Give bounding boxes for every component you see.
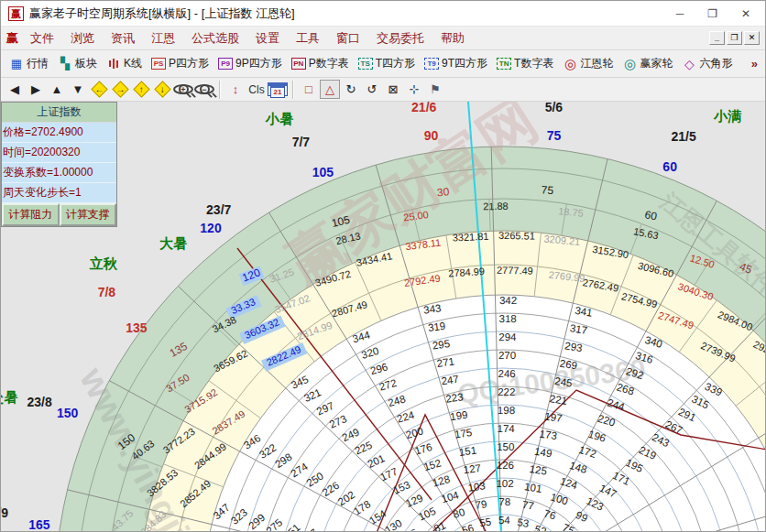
toolbar-button-P四方形[interactable]: PSP四方形 <box>147 54 213 73</box>
nav-right-button[interactable]: ▶ <box>26 80 46 99</box>
menu-item-9[interactable]: 帮助 <box>432 27 473 49</box>
main-toolbar-items: ▦行情▚板块K线PSP四方形P99P四方形PNP数字表TST四方形T99T四方形… <box>5 54 737 73</box>
toolbar-button-label: 行情 <box>27 56 49 71</box>
toolbar-separator <box>292 81 294 99</box>
toolbar-button-江恩轮[interactable]: ◎江恩轮 <box>558 54 618 73</box>
window-title: 赢家老子时空周期系统[纵横版] - [上证指数 江恩轮] <box>29 5 295 22</box>
wheel-value-group: 21.88 <box>483 201 509 212</box>
pan-right-button[interactable]: → <box>110 80 130 99</box>
toolbar-button-P数字表[interactable]: PNP数字表 <box>287 54 354 73</box>
toolbar-separator <box>219 81 221 99</box>
wheel-ring-value: 30 <box>436 185 450 199</box>
calendar-icon: 21 <box>270 84 285 98</box>
toolbar-button-T四方形[interactable]: TST四方形 <box>354 54 420 73</box>
rings-teal-icon: ◎ <box>622 57 637 71</box>
wheel-number: 246 <box>498 368 516 379</box>
wheel-number: 102 <box>496 478 513 489</box>
candles-icon <box>106 57 121 71</box>
pan-left-button[interactable]: ← <box>89 80 109 99</box>
wheel-value-group: 3265.51 <box>498 230 535 242</box>
wheel-number: 318 <box>499 313 517 324</box>
quote-field-0: 价格=2702.4900 <box>2 123 116 143</box>
wheel-number: 294 <box>498 331 517 342</box>
rings-red-icon: ◎ <box>563 57 577 71</box>
menu-item-5[interactable]: 设置 <box>247 27 288 49</box>
rotate-cw-button[interactable]: ↻ <box>341 80 361 99</box>
wheel-ring-value: 2784.99 <box>448 266 485 278</box>
toolbar-button-板块[interactable]: ▚板块 <box>53 54 102 73</box>
wheel-number: 319 <box>427 320 446 333</box>
menu-item-2[interactable]: 资讯 <box>103 27 143 49</box>
toolbar-button-T数字表[interactable]: TNT数字表 <box>492 54 558 73</box>
toolbar-button-行情[interactable]: ▦行情 <box>5 54 53 73</box>
toolbar-button-label: P数字表 <box>309 56 349 71</box>
calendar-button[interactable]: 21 <box>268 82 288 96</box>
wheel-outer-label: 75 <box>547 128 562 143</box>
calc-resistance-button[interactable]: 计算阻力 <box>2 203 60 226</box>
mdi-close-button[interactable]: ✕ <box>744 31 760 45</box>
wheel-number: 198 <box>498 405 515 416</box>
menu-item-3[interactable]: 江恩 <box>143 27 183 49</box>
menu-items: 文件浏览资讯江恩公式选股设置工具窗口交易委托帮助 <box>22 27 473 49</box>
toolbar-overflow-button[interactable]: » <box>748 57 761 71</box>
pan-up-button[interactable]: ↑ <box>131 80 151 99</box>
wheel-outer-label: 23/7 <box>206 202 231 217</box>
solar-term-label: 处暑 <box>1 389 17 405</box>
menu-item-8[interactable]: 交易委托 <box>368 27 432 49</box>
menu-item-6[interactable]: 工具 <box>288 27 328 49</box>
calc-support-button[interactable]: 计算支撑 <box>60 203 117 226</box>
toolbar-button-label: 六角形 <box>699 56 732 71</box>
maximize-button[interactable]: ❐ <box>707 7 717 20</box>
nav-down-button[interactable]: ▼ <box>68 80 88 99</box>
menu-item-7[interactable]: 窗口 <box>328 27 368 49</box>
wheel-number: 199 <box>449 409 468 422</box>
zoom-out-button[interactable]: − <box>194 84 214 94</box>
menu-item-0[interactable]: 文件 <box>22 27 62 49</box>
quote-field-3: 周天变化步长=1 <box>2 183 116 203</box>
mdi-restore-button[interactable]: ❐ <box>727 31 742 45</box>
cls-button[interactable]: Cls <box>246 80 267 99</box>
quote-panel-buttons: 计算阻力计算支撑 <box>2 203 116 226</box>
toolbar-button-六角形[interactable]: ◇六角形 <box>677 54 737 73</box>
toolbar-button-label: T数字表 <box>514 56 553 71</box>
nav-up-button[interactable]: ▲ <box>47 80 67 99</box>
draw-rect-button[interactable]: □ <box>299 80 319 99</box>
select-region-button[interactable]: ⊠ <box>383 80 403 99</box>
menu-bar: 赢 文件浏览资讯江恩公式选股设置工具窗口交易委托帮助 _ ❐ ✕ <box>1 27 765 50</box>
menu-item-4[interactable]: 公式选股 <box>183 27 247 49</box>
toolbar-button-label: P四方形 <box>169 56 209 71</box>
price-scale-button[interactable]: ↕ <box>225 80 246 99</box>
gann-wheel-chart-area[interactable]: 赢家财富网www.yingjia360.comQQ:100850360江恩工具软… <box>1 102 766 532</box>
toolbar-button-label: 江恩轮 <box>580 56 613 71</box>
nav-left-button[interactable]: ◀ <box>5 80 25 99</box>
mdi-minimize-button[interactable]: _ <box>709 31 725 45</box>
toolbar-button-K线[interactable]: K线 <box>102 54 147 73</box>
wheel-number: 150 <box>497 441 514 452</box>
wheel-value-group: 3321.81 <box>452 231 488 244</box>
wheel-number: 342 <box>499 295 517 306</box>
drawing-toolbar: ◀▶▲▼←→↑↓+−↕Cls21□△↻↺⊠⊹⚑ <box>1 78 765 102</box>
wheel-ring-value: 3321.81 <box>452 231 488 244</box>
pan-down-button[interactable]: ↓ <box>152 80 172 99</box>
menu-item-1[interactable]: 浏览 <box>62 27 103 49</box>
toolbar-button-label: 板块 <box>75 56 97 71</box>
minimize-button[interactable]: ─ <box>676 7 684 20</box>
wheel-ring-value: 2777.49 <box>497 265 533 277</box>
diamond-pan-right-icon: → <box>112 81 128 97</box>
diamond-pan-left-icon: ← <box>91 81 107 97</box>
wheel-outer-label: 7/7 <box>292 135 311 149</box>
fit-center-button[interactable]: ⊹ <box>404 80 424 99</box>
wheel-number: 247 <box>441 374 460 386</box>
wheel-number: 151 <box>458 444 477 457</box>
toolbar-button-9P四方形[interactable]: P99P四方形 <box>213 54 287 73</box>
quote-panel: 上证指数 价格=2702.4900时间=20200320变换系数=1.00000… <box>1 102 117 227</box>
zoom-in-button[interactable]: + <box>173 84 193 94</box>
rotate-ccw-button[interactable]: ↺ <box>362 80 382 99</box>
wheel-number: 223 <box>445 391 465 404</box>
close-button[interactable]: ✕ <box>741 7 750 20</box>
draw-triangle-button[interactable]: △ <box>320 80 340 99</box>
toolbar-button-9T四方形[interactable]: T99T四方形 <box>420 54 492 73</box>
toolbar-button-赢家轮[interactable]: ◎赢家轮 <box>618 54 677 73</box>
board-button[interactable]: ⚑ <box>425 80 445 99</box>
box-red-icon: PS <box>151 58 166 70</box>
